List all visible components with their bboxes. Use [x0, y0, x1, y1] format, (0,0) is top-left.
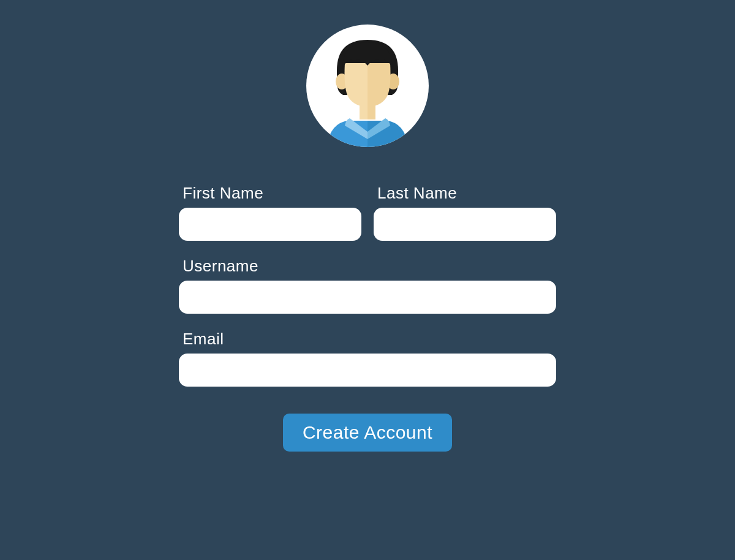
username-row: Username — [179, 257, 556, 314]
svg-rect-3 — [368, 102, 375, 119]
svg-rect-2 — [360, 102, 368, 119]
email-group: Email — [179, 330, 556, 387]
person-avatar-icon — [315, 34, 420, 147]
first-name-group: First Name — [179, 184, 361, 241]
submit-row: Create Account — [179, 414, 556, 452]
last-name-label: Last Name — [374, 184, 556, 203]
username-label: Username — [179, 257, 556, 276]
email-label: Email — [179, 330, 556, 349]
email-row: Email — [179, 330, 556, 387]
username-input[interactable] — [179, 281, 556, 314]
first-name-input[interactable] — [179, 208, 361, 241]
create-account-button[interactable]: Create Account — [283, 414, 452, 452]
username-group: Username — [179, 257, 556, 314]
last-name-group: Last Name — [374, 184, 556, 241]
registration-form: First Name Last Name Username Email Crea… — [179, 184, 556, 452]
avatar — [306, 25, 429, 147]
email-input[interactable] — [179, 354, 556, 387]
name-row: First Name Last Name — [179, 184, 556, 241]
last-name-input[interactable] — [374, 208, 556, 241]
first-name-label: First Name — [179, 184, 361, 203]
